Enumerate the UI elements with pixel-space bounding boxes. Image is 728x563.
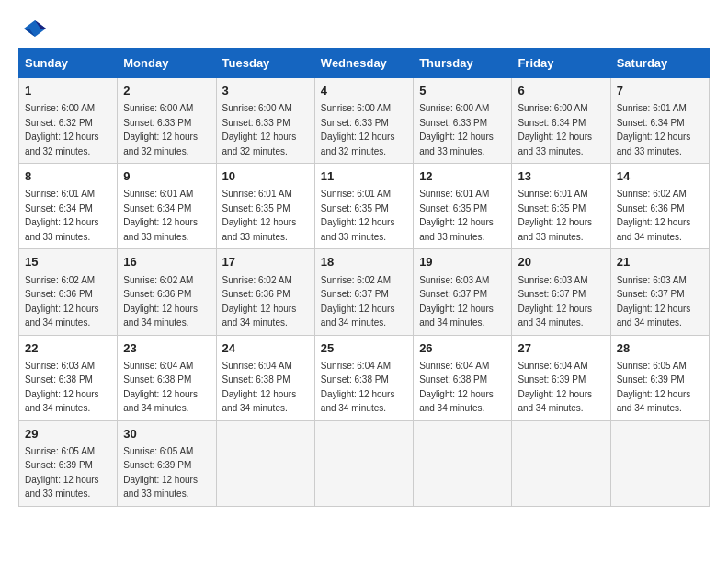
day-info: Sunrise: 6:00 AMSunset: 6:33 PMDaylight:… <box>123 103 198 156</box>
day-info: Sunrise: 6:02 AMSunset: 6:36 PMDaylight:… <box>222 275 297 328</box>
calendar-cell: 28Sunrise: 6:05 AMSunset: 6:39 PMDayligh… <box>610 335 709 420</box>
day-number: 14 <box>617 168 703 185</box>
calendar-table: SundayMondayTuesdayWednesdayThursdayFrid… <box>18 48 710 507</box>
day-number: 16 <box>123 254 210 270</box>
calendar-cell: 20Sunrise: 6:03 AMSunset: 6:37 PMDayligh… <box>512 249 610 335</box>
calendar-cell: 30Sunrise: 6:05 AMSunset: 6:39 PMDayligh… <box>118 420 216 506</box>
day-info: Sunrise: 6:00 AMSunset: 6:33 PMDaylight:… <box>321 103 395 156</box>
calendar-cell: 6Sunrise: 6:00 AMSunset: 6:34 PMDaylight… <box>512 78 610 164</box>
day-number: 30 <box>123 426 210 442</box>
day-info: Sunrise: 6:04 AMSunset: 6:38 PMDaylight:… <box>222 361 297 414</box>
day-number: 18 <box>321 254 407 270</box>
day-info: Sunrise: 6:01 AMSunset: 6:34 PMDaylight:… <box>617 103 691 156</box>
calendar-week-row: 22Sunrise: 6:03 AMSunset: 6:38 PMDayligh… <box>19 335 710 420</box>
day-number: 29 <box>25 426 111 442</box>
day-number: 5 <box>419 83 506 99</box>
day-info: Sunrise: 6:01 AMSunset: 6:35 PMDaylight:… <box>518 189 592 242</box>
calendar-cell: 11Sunrise: 6:01 AMSunset: 6:35 PMDayligh… <box>314 164 413 249</box>
day-info: Sunrise: 6:01 AMSunset: 6:34 PMDaylight:… <box>123 189 198 242</box>
calendar-cell: 8Sunrise: 6:01 AMSunset: 6:34 PMDaylight… <box>19 164 118 249</box>
day-info: Sunrise: 6:02 AMSunset: 6:36 PMDaylight:… <box>617 189 691 242</box>
day-info: Sunrise: 6:03 AMSunset: 6:38 PMDaylight:… <box>25 361 99 414</box>
calendar-week-row: 29Sunrise: 6:05 AMSunset: 6:39 PMDayligh… <box>19 420 710 506</box>
calendar-cell: 5Sunrise: 6:00 AMSunset: 6:33 PMDaylight… <box>414 78 512 164</box>
calendar-cell: 24Sunrise: 6:04 AMSunset: 6:38 PMDayligh… <box>216 335 314 420</box>
day-info: Sunrise: 6:00 AMSunset: 6:32 PMDaylight:… <box>25 103 99 156</box>
calendar-cell <box>414 420 512 506</box>
calendar-header-thursday: Thursday <box>414 49 512 78</box>
calendar-week-row: 15Sunrise: 6:02 AMSunset: 6:36 PMDayligh… <box>19 249 710 335</box>
calendar-cell: 22Sunrise: 6:03 AMSunset: 6:38 PMDayligh… <box>19 335 118 420</box>
day-info: Sunrise: 6:00 AMSunset: 6:34 PMDaylight:… <box>518 103 592 156</box>
day-number: 22 <box>25 340 111 357</box>
day-info: Sunrise: 6:00 AMSunset: 6:33 PMDaylight:… <box>222 103 297 156</box>
day-info: Sunrise: 6:02 AMSunset: 6:36 PMDaylight:… <box>123 275 198 328</box>
calendar-cell: 4Sunrise: 6:00 AMSunset: 6:33 PMDaylight… <box>314 78 413 164</box>
logo-icon <box>22 18 48 39</box>
calendar-cell: 18Sunrise: 6:02 AMSunset: 6:37 PMDayligh… <box>314 249 413 335</box>
calendar-cell: 12Sunrise: 6:01 AMSunset: 6:35 PMDayligh… <box>414 164 512 249</box>
day-info: Sunrise: 6:02 AMSunset: 6:37 PMDaylight:… <box>321 275 395 328</box>
day-number: 17 <box>222 254 309 270</box>
day-number: 24 <box>222 340 309 357</box>
day-number: 28 <box>617 340 703 357</box>
calendar-cell: 7Sunrise: 6:01 AMSunset: 6:34 PMDaylight… <box>610 78 709 164</box>
calendar-header-tuesday: Tuesday <box>216 49 314 78</box>
day-info: Sunrise: 6:05 AMSunset: 6:39 PMDaylight:… <box>25 446 99 500</box>
calendar-header-saturday: Saturday <box>610 49 709 78</box>
day-number: 15 <box>25 254 111 270</box>
calendar-cell <box>610 420 709 506</box>
calendar-cell: 9Sunrise: 6:01 AMSunset: 6:34 PMDaylight… <box>118 164 216 249</box>
calendar-cell: 23Sunrise: 6:04 AMSunset: 6:38 PMDayligh… <box>118 335 216 420</box>
day-number: 9 <box>123 168 210 185</box>
day-info: Sunrise: 6:00 AMSunset: 6:33 PMDaylight:… <box>419 103 494 156</box>
day-info: Sunrise: 6:01 AMSunset: 6:35 PMDaylight:… <box>419 189 494 242</box>
header <box>18 18 710 39</box>
day-number: 11 <box>321 168 407 185</box>
day-info: Sunrise: 6:03 AMSunset: 6:37 PMDaylight:… <box>419 275 494 328</box>
day-number: 23 <box>123 340 210 357</box>
day-info: Sunrise: 6:05 AMSunset: 6:39 PMDaylight:… <box>617 361 691 414</box>
day-number: 10 <box>222 168 309 185</box>
calendar-header-wednesday: Wednesday <box>314 49 413 78</box>
day-info: Sunrise: 6:04 AMSunset: 6:39 PMDaylight:… <box>518 361 592 414</box>
calendar-cell: 25Sunrise: 6:04 AMSunset: 6:38 PMDayligh… <box>314 335 413 420</box>
calendar-cell: 26Sunrise: 6:04 AMSunset: 6:38 PMDayligh… <box>414 335 512 420</box>
day-number: 6 <box>518 83 604 99</box>
calendar-cell: 16Sunrise: 6:02 AMSunset: 6:36 PMDayligh… <box>118 249 216 335</box>
calendar-cell: 29Sunrise: 6:05 AMSunset: 6:39 PMDayligh… <box>19 420 118 506</box>
day-number: 13 <box>518 168 604 185</box>
day-info: Sunrise: 6:01 AMSunset: 6:35 PMDaylight:… <box>321 189 395 242</box>
calendar-cell <box>512 420 610 506</box>
day-number: 7 <box>617 83 703 99</box>
calendar-cell: 10Sunrise: 6:01 AMSunset: 6:35 PMDayligh… <box>216 164 314 249</box>
day-number: 1 <box>25 83 111 99</box>
calendar-cell: 15Sunrise: 6:02 AMSunset: 6:36 PMDayligh… <box>19 249 118 335</box>
logo <box>18 18 48 39</box>
day-number: 8 <box>25 168 111 185</box>
calendar-header-row: SundayMondayTuesdayWednesdayThursdayFrid… <box>19 49 710 78</box>
day-info: Sunrise: 6:02 AMSunset: 6:36 PMDaylight:… <box>25 275 99 328</box>
calendar-cell: 19Sunrise: 6:03 AMSunset: 6:37 PMDayligh… <box>414 249 512 335</box>
calendar-cell: 3Sunrise: 6:00 AMSunset: 6:33 PMDaylight… <box>216 78 314 164</box>
day-info: Sunrise: 6:05 AMSunset: 6:39 PMDaylight:… <box>123 446 198 500</box>
day-number: 3 <box>222 83 309 99</box>
day-number: 21 <box>617 254 703 270</box>
calendar-cell: 17Sunrise: 6:02 AMSunset: 6:36 PMDayligh… <box>216 249 314 335</box>
calendar-cell <box>314 420 413 506</box>
day-info: Sunrise: 6:04 AMSunset: 6:38 PMDaylight:… <box>321 361 395 414</box>
day-info: Sunrise: 6:01 AMSunset: 6:35 PMDaylight:… <box>222 189 297 242</box>
day-number: 4 <box>321 83 407 99</box>
calendar-cell: 21Sunrise: 6:03 AMSunset: 6:37 PMDayligh… <box>610 249 709 335</box>
day-number: 2 <box>123 83 210 99</box>
calendar-cell: 2Sunrise: 6:00 AMSunset: 6:33 PMDaylight… <box>118 78 216 164</box>
day-number: 19 <box>419 254 506 270</box>
day-info: Sunrise: 6:03 AMSunset: 6:37 PMDaylight:… <box>518 275 592 328</box>
calendar-week-row: 1Sunrise: 6:00 AMSunset: 6:32 PMDaylight… <box>19 78 710 164</box>
day-number: 12 <box>419 168 506 185</box>
calendar-header-friday: Friday <box>512 49 610 78</box>
calendar-cell: 13Sunrise: 6:01 AMSunset: 6:35 PMDayligh… <box>512 164 610 249</box>
day-number: 20 <box>518 254 604 270</box>
day-info: Sunrise: 6:04 AMSunset: 6:38 PMDaylight:… <box>123 361 198 414</box>
day-info: Sunrise: 6:01 AMSunset: 6:34 PMDaylight:… <box>25 189 99 242</box>
